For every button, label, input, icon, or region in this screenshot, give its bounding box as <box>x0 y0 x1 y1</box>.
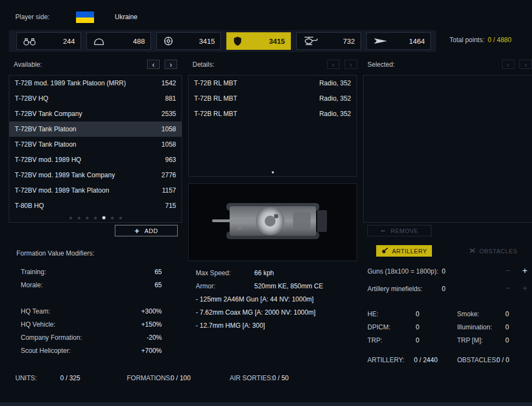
available-item[interactable]: T-72B mod. 1989 Tank Platoon (MRR) 1542 <box>9 76 182 91</box>
tab-vehicles[interactable]: 3415 <box>156 32 221 50</box>
minefields-label: Artillery minefields: <box>367 285 423 293</box>
training-label: Training: <box>21 268 46 276</box>
minefields-value: 0 <box>442 285 446 293</box>
available-item[interactable]: T-72BV Tank Company 2535 <box>9 106 182 121</box>
tab-aircraft-points: 1464 <box>409 37 425 45</box>
training-value: 65 <box>109 268 162 276</box>
page-dot <box>78 217 80 219</box>
available-item[interactable]: T-72BV mod. 1989 Tank Platoon 1157 <box>9 183 182 198</box>
tab-infantry-points: 488 <box>133 37 145 45</box>
selected-next-button[interactable]: › <box>519 60 532 69</box>
force-selection-screen: Player side: Ukraine 244 488 <box>0 0 532 406</box>
details-prev-button[interactable]: ‹ <box>327 60 340 69</box>
morale-value: 65 <box>109 281 162 289</box>
available-item-name: T-72BV HQ <box>15 95 48 102</box>
tab-aircraft[interactable]: 1464 <box>366 32 431 50</box>
page-dot <box>111 217 114 219</box>
page-dot <box>69 217 72 219</box>
unit-name: T-72B RL MBT <box>194 95 237 102</box>
details-unit-row[interactable]: T-72B RL MBT Radio, 352 <box>189 76 356 91</box>
selected-prev-button[interactable]: ‹ <box>502 60 515 69</box>
tab-infantry[interactable]: 488 <box>86 32 151 50</box>
available-item-value: 715 <box>165 202 176 210</box>
hq-team-value: +300% <box>109 308 162 315</box>
remove-button-label: REMOVE <box>390 228 418 234</box>
available-item-selected[interactable]: T-72BV Tank Platoon 1058 <box>9 121 182 137</box>
artillery-total-value: 0 / 2440 <box>414 356 437 364</box>
total-points-value: 0 / 4880 <box>488 36 511 44</box>
tab-armor[interactable]: 3415 <box>226 32 291 50</box>
details-unit-row[interactable]: T-72B RL MBT Radio, 352 <box>189 106 356 121</box>
page-dot-active <box>272 171 274 173</box>
available-next-button[interactable]: › <box>165 60 177 69</box>
available-item[interactable]: T-72BV mod. 1989 HQ 963 <box>9 152 182 167</box>
trp-label: TRP: <box>367 337 382 344</box>
available-item-name: T-72BV Tank Company <box>15 110 82 118</box>
page-dot-active <box>102 216 106 219</box>
available-item-value: 1157 <box>162 187 176 194</box>
morale-label: Morale: <box>21 281 43 289</box>
available-item[interactable]: T-72BV HQ 881 <box>9 91 182 106</box>
available-item-value: 1058 <box>161 141 176 148</box>
hq-vehicle-value: +150% <box>109 321 162 328</box>
available-title: Available: <box>14 61 42 68</box>
tank-top-view-image <box>211 195 335 250</box>
flag-blue-stripe <box>76 11 94 18</box>
add-button[interactable]: + ADD <box>115 225 178 236</box>
guns-decrement-button[interactable]: − <box>503 266 513 276</box>
unit-info: Radio, 352 <box>319 95 351 102</box>
weapon-line-2: - 7.62mm Coax MG [A: 2000 NV: 1000m] <box>196 309 315 316</box>
max-speed-value: 66 kph <box>254 269 274 277</box>
tab-obstacles[interactable]: OBSTACLES <box>460 245 526 257</box>
ukraine-flag <box>76 11 94 23</box>
available-item-value: 2776 <box>161 171 176 179</box>
minefields-increment-button[interactable]: + <box>520 283 530 293</box>
guns-increment-button[interactable]: + <box>520 266 530 276</box>
unit-name: T-72B RL MBT <box>194 79 237 87</box>
page-dot <box>86 217 89 219</box>
armor-value: 520mm KE, 850mm CE <box>254 282 323 290</box>
smoke-value: 0 <box>479 310 509 318</box>
he-value: 0 <box>389 310 419 318</box>
available-prev-button[interactable]: ‹ <box>147 60 160 69</box>
available-item-value: 963 <box>165 156 176 164</box>
minefields-decrement-button[interactable]: − <box>503 283 513 293</box>
tab-artillery-label: ARTILLERY <box>392 248 427 254</box>
category-bar: 244 488 3415 <box>9 30 436 52</box>
air-sorties-value: 0 / 50 <box>272 374 289 382</box>
air-sorties-label: AIR SORTIES: <box>230 374 273 382</box>
remove-button[interactable]: − REMOVE <box>367 225 431 236</box>
tab-recon[interactable]: 244 <box>16 32 81 50</box>
scout-helicopter-value: +700% <box>109 347 162 355</box>
max-speed-label: Max Speed: <box>196 269 231 277</box>
details-title: Details: <box>192 61 214 68</box>
tab-vehicles-points: 3415 <box>199 37 215 45</box>
details-unit-row[interactable]: T-72B RL MBT Radio, 352 <box>189 91 356 106</box>
artillery-total-label: ARTILLERY: <box>367 356 405 364</box>
obstacles-total-label: OBSTACLES: <box>457 356 498 364</box>
guns-label: Guns (18x100 = 1800p): <box>367 268 439 275</box>
available-item-value: 2535 <box>161 110 176 118</box>
add-button-label: ADD <box>144 228 158 234</box>
available-item[interactable]: T-80B HQ 715 <box>9 198 182 213</box>
details-next-button[interactable]: › <box>344 60 357 69</box>
available-item-name: T-72BV mod. 1989 HQ <box>15 156 81 164</box>
units-value: 0 / 325 <box>60 374 80 382</box>
available-item-value: 881 <box>165 95 176 102</box>
tab-helicopters[interactable]: 732 <box>296 32 361 50</box>
trp-value: 0 <box>389 337 419 344</box>
formations-value: 0 / 100 <box>171 374 191 382</box>
hq-team-label: HQ Team: <box>21 308 50 315</box>
available-item[interactable]: T-72BV Tank Platoon 1058 <box>9 137 182 152</box>
available-item-name: T-72BV mod. 1989 Tank Platoon <box>15 187 109 194</box>
smoke-label: Smoke: <box>457 310 480 318</box>
available-item[interactable]: T-72BV mod. 1989 Tank Company 2776 <box>9 167 182 183</box>
he-label: HE: <box>367 310 378 318</box>
available-item-name: T-80B HQ <box>15 202 44 210</box>
units-label: UNITS: <box>15 374 37 382</box>
tab-artillery[interactable]: ARTILLERY <box>376 245 432 257</box>
available-item-name: T-72B mod. 1989 Tank Platoon (MRR) <box>15 79 126 87</box>
wheel-icon <box>162 36 174 46</box>
plus-icon: + <box>135 227 139 235</box>
tab-obstacles-label: OBSTACLES <box>480 248 518 254</box>
